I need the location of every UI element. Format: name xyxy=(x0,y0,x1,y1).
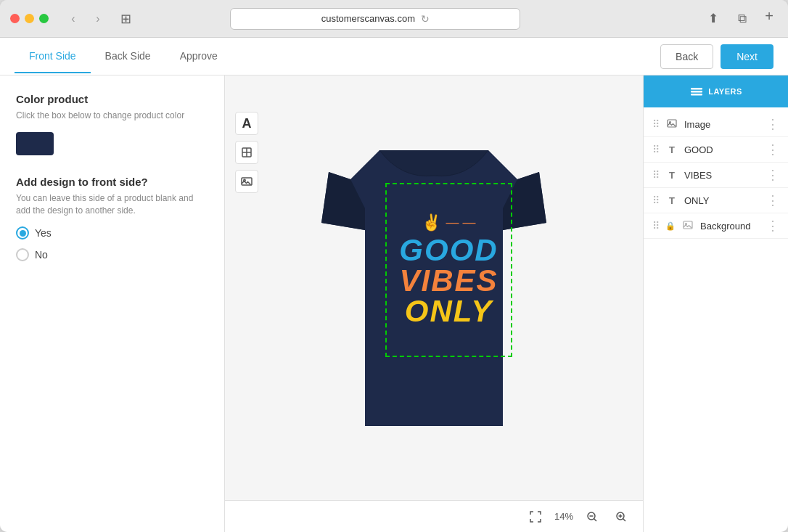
svg-point-18 xyxy=(686,223,687,224)
design-text-only: ONLY xyxy=(405,296,493,327)
svg-rect-14 xyxy=(691,94,702,96)
canvas-main[interactable]: ✌ — — GOOD VIBES ONLY xyxy=(225,75,643,500)
peace-sign: ✌ — — xyxy=(422,213,475,232)
layer-menu-background[interactable]: ⋮ xyxy=(766,219,779,232)
duplicate-button[interactable]: ⧉ xyxy=(731,8,753,30)
layer-menu-only[interactable]: ⋮ xyxy=(766,194,779,207)
tshirt-container: ✌ — — GOOD VIBES ONLY xyxy=(321,121,546,455)
text-layer-icon-vibes: T xyxy=(665,170,678,181)
layer-name-only: ONLY xyxy=(684,195,760,206)
svg-point-16 xyxy=(670,121,671,123)
radio-yes[interactable]: Yes xyxy=(16,226,208,240)
radio-no-circle xyxy=(16,248,29,261)
drag-handle-vibes: ⠿ xyxy=(652,169,660,181)
design-radio-group: Yes No xyxy=(16,226,208,261)
layer-menu-good[interactable]: ⋮ xyxy=(766,143,779,156)
image-layer-icon-background xyxy=(681,220,694,232)
canvas-area: A xyxy=(225,75,643,532)
minimize-button[interactable] xyxy=(25,14,34,23)
svg-line-9 xyxy=(623,518,626,521)
design-section-desc: You can leave this side of a product bla… xyxy=(16,192,208,217)
text-layer-icon-only: T xyxy=(665,195,678,206)
sidebar-toggle-button[interactable]: ⊞ xyxy=(115,9,136,29)
radio-yes-circle xyxy=(16,226,29,240)
layers-header[interactable]: LAYERS xyxy=(644,75,788,107)
maximize-button[interactable] xyxy=(39,14,49,23)
back-button[interactable]: Back xyxy=(660,44,713,69)
canvas-toolbar: A xyxy=(235,112,258,193)
layer-item-vibes[interactable]: ⠿ T VIBES ⋮ xyxy=(644,163,788,188)
svg-line-6 xyxy=(594,518,597,521)
select-tool-button[interactable] xyxy=(235,141,258,164)
tab-back-side[interactable]: Back Side xyxy=(91,40,165,73)
new-tab-button[interactable]: + xyxy=(760,8,778,25)
color-section-title: Color product xyxy=(16,93,208,105)
svg-rect-12 xyxy=(691,88,702,90)
url-text: customerscanvas.com xyxy=(321,13,415,24)
image-tool-button[interactable] xyxy=(235,170,258,193)
back-nav-button[interactable]: ‹ xyxy=(63,9,83,29)
layer-item-only[interactable]: ⠿ T ONLY ⋮ xyxy=(644,188,788,213)
design-text-vibes: VIBES xyxy=(399,266,498,296)
design-section-title: Add design to front side? xyxy=(16,176,208,188)
tab-bar: Front Side Back Side Approve xyxy=(15,40,232,73)
drag-handle-background: ⠿ xyxy=(652,220,660,232)
design-overlay[interactable]: ✌ — — GOOD VIBES ONLY xyxy=(385,183,512,357)
image-layer-icon xyxy=(665,118,678,131)
drag-handle-image: ⠿ xyxy=(652,118,660,130)
forward-nav-button[interactable]: › xyxy=(88,9,108,29)
tab-approve[interactable]: Approve xyxy=(165,40,232,73)
layers-header-label: LAYERS xyxy=(708,87,742,96)
traffic-lights xyxy=(10,14,49,23)
tab-front-side[interactable]: Front Side xyxy=(15,40,91,73)
lock-icon-background: 🔒 xyxy=(665,221,676,231)
drag-handle-good: ⠿ xyxy=(652,144,660,155)
next-button[interactable]: Next xyxy=(721,44,773,69)
layer-name-vibes: VIBES xyxy=(684,170,760,181)
radio-no[interactable]: No xyxy=(16,248,208,261)
address-bar[interactable]: customerscanvas.com ↻ xyxy=(230,8,520,30)
left-panel: Color product Click the box below to cha… xyxy=(0,75,225,532)
design-text-good: GOOD xyxy=(399,235,498,266)
layer-name-image: Image xyxy=(684,119,760,130)
canvas-bottom-bar: 14% xyxy=(225,500,643,532)
svg-rect-13 xyxy=(691,91,702,93)
app-header: Front Side Back Side Approve Back Next xyxy=(0,38,788,75)
radio-yes-inner xyxy=(20,230,26,237)
layer-item-image[interactable]: ⠿ Image ⋮ xyxy=(644,112,788,137)
layer-name-good: GOOD xyxy=(684,144,760,155)
layers-panel: LAYERS ⠿ Image ⋮ xyxy=(643,75,788,532)
radio-no-label: No xyxy=(35,249,48,261)
layer-name-background: Background xyxy=(700,221,760,232)
zoom-out-button[interactable] xyxy=(582,507,602,527)
drag-handle-only: ⠿ xyxy=(652,195,660,206)
zoom-level-display: 14% xyxy=(554,511,573,522)
share-button[interactable]: ⬆ xyxy=(702,8,724,30)
layers-list: ⠿ Image ⋮ ⠿ xyxy=(644,107,788,532)
radio-yes-label: Yes xyxy=(35,227,52,239)
text-tool-button[interactable]: A xyxy=(235,112,258,135)
layer-item-background[interactable]: ⠿ 🔒 Background ⋮ xyxy=(644,213,788,239)
layer-menu-vibes[interactable]: ⋮ xyxy=(766,168,779,181)
header-actions: Back Next xyxy=(660,44,773,69)
layer-item-good[interactable]: ⠿ T GOOD ⋮ xyxy=(644,137,788,163)
close-button[interactable] xyxy=(10,14,20,23)
layer-menu-image[interactable]: ⋮ xyxy=(766,118,779,131)
color-swatch[interactable] xyxy=(16,132,54,155)
zoom-in-button[interactable] xyxy=(611,507,631,527)
fit-view-button[interactable] xyxy=(525,507,546,527)
reload-icon[interactable]: ↻ xyxy=(421,13,430,25)
color-section-desc: Click the box below to change product co… xyxy=(16,110,208,122)
text-layer-icon-good: T xyxy=(665,144,678,155)
